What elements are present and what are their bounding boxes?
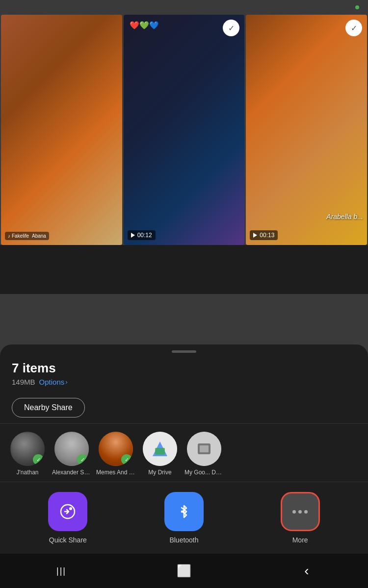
more-icon <box>281 492 320 531</box>
contact-item-3[interactable]: ✓ Memes And Funny... <box>96 432 135 476</box>
video-badge-3: 00:13 <box>250 230 278 240</box>
check-overlay-3[interactable]: ✓ <box>345 20 362 36</box>
contacts-scroll[interactable]: ✓ J'nathan ✓ Alexander Shuadbu <box>0 426 368 482</box>
video-duration-3: 00:13 <box>260 232 274 239</box>
contact-avatar-3: ✓ <box>99 432 133 466</box>
contact-item-2[interactable]: ✓ Alexander Shuadbu <box>52 432 91 476</box>
recents-icon: ||| <box>56 566 66 576</box>
contact-name-4: My Drive <box>148 469 171 476</box>
options-link[interactable]: Options › <box>39 378 68 386</box>
music-badge-1: ♪ Fakelife Abana <box>5 232 49 240</box>
whatsapp-icon-3: ✓ <box>125 457 129 463</box>
svg-point-5 <box>69 507 72 510</box>
dot-2 <box>298 510 302 514</box>
nav-back-button[interactable]: ‹ <box>294 559 319 583</box>
status-dot <box>355 5 359 9</box>
nav-recents-button[interactable]: ||| <box>49 559 74 583</box>
options-chevron-icon: › <box>65 378 67 386</box>
music-label: Fakelife <box>12 233 29 239</box>
play-icon-2 <box>131 233 135 238</box>
text-overlay-3: Arabella b... <box>326 213 363 220</box>
status-bar <box>0 0 368 15</box>
video-duration-2: 00:12 <box>137 232 152 239</box>
sheet-handle <box>172 350 196 353</box>
items-meta: 149MB Options › <box>12 378 356 386</box>
contact-name-5: My Goo... Drive vid... <box>184 469 224 476</box>
share-actions: Quick Share Bluetooth <box>0 484 368 554</box>
quick-share-label: Quick Share <box>49 536 87 544</box>
screen: ♪ Fakelife Abana ✓ ❤️💚💙 00:12 ✓ Arabella… <box>0 0 368 588</box>
contact-avatar-5 <box>187 432 221 466</box>
bluetooth-label: Bluetooth <box>169 536 198 544</box>
music-sub: Abana <box>32 233 46 239</box>
back-icon: ‹ <box>304 563 309 579</box>
bluetooth-icon <box>164 492 204 531</box>
more-action[interactable]: More <box>281 492 320 544</box>
hearts-overlay-2: ❤️💚💙 <box>130 21 159 30</box>
contact-name-3: Memes And Funny... <box>96 469 135 476</box>
contact-badge-1: ✓ <box>33 454 44 465</box>
media-item-1[interactable]: ♪ Fakelife Abana <box>1 15 122 245</box>
media-grid: ♪ Fakelife Abana ✓ ❤️💚💙 00:12 ✓ Arabella… <box>0 15 368 245</box>
quick-share-action[interactable]: Quick Share <box>48 492 87 544</box>
contact-avatar-1: ✓ <box>10 432 45 466</box>
home-icon: ⬜ <box>177 564 191 578</box>
svg-rect-3 <box>200 445 209 452</box>
play-icon-3 <box>253 233 257 238</box>
bottom-sheet: 7 items 149MB Options › Nearby Share ✓ <box>0 344 368 588</box>
whatsapp-icon-1: ✓ <box>36 457 41 463</box>
whatsapp-icon-2: ✓ <box>80 457 85 463</box>
dim-overlay <box>0 245 368 294</box>
items-count: 7 items <box>12 361 356 376</box>
sheet-header: 7 items 149MB Options › <box>0 361 368 392</box>
contact-name-2: Alexander Shuadbu <box>52 469 91 476</box>
items-size: 149MB <box>12 378 35 386</box>
contact-item-1[interactable]: ✓ J'nathan <box>8 432 47 476</box>
contact-badge-2: ✓ <box>77 454 88 465</box>
divider-1 <box>0 423 368 424</box>
dot-1 <box>292 510 296 514</box>
media-item-3[interactable]: ✓ Arabella b... 00:13 <box>246 15 367 245</box>
three-dots-icon <box>292 510 308 514</box>
contact-badge-3: ✓ <box>121 454 132 465</box>
music-icon: ♪ <box>8 233 10 239</box>
contact-avatar-2: ✓ <box>54 432 89 466</box>
bluetooth-action[interactable]: Bluetooth <box>164 492 204 544</box>
contact-name-1: J'nathan <box>17 469 39 476</box>
contact-avatar-4 <box>143 432 177 466</box>
divider-2 <box>0 482 368 482</box>
svg-rect-1 <box>155 448 165 455</box>
more-label: More <box>292 536 308 544</box>
dot-3 <box>304 510 308 514</box>
media-item-2[interactable]: ✓ ❤️💚💙 00:12 <box>124 15 245 245</box>
nav-bar: ||| ⬜ ‹ <box>0 554 368 588</box>
quick-share-icon <box>48 492 87 531</box>
contact-item-5[interactable]: My Goo... Drive vid... <box>184 432 224 476</box>
nav-home-button[interactable]: ⬜ <box>172 559 196 583</box>
nearby-share-button[interactable]: Nearby Share <box>12 398 85 417</box>
video-badge-2: 00:12 <box>128 230 156 240</box>
options-label: Options <box>39 378 65 386</box>
contact-item-4[interactable]: My Drive <box>140 432 180 476</box>
